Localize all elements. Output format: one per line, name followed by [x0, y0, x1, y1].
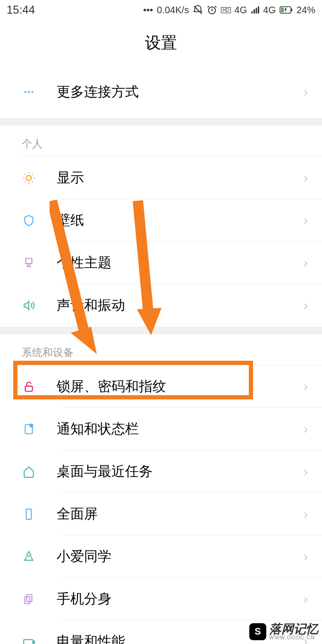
network-2: 4G: [263, 5, 276, 16]
svg-marker-17: [137, 308, 161, 335]
notification-icon: [22, 422, 36, 436]
svg-rect-15: [34, 641, 34, 643]
svg-point-7: [26, 176, 32, 181]
shield-icon: [22, 213, 36, 228]
watermark-logo-icon: S: [249, 623, 266, 640]
status-bar: 15:44 ••• 0.04K/s HD 4G 4G 24%: [0, 0, 322, 20]
annotation-arrow-1: [50, 198, 106, 359]
svg-point-4: [24, 91, 26, 93]
chevron-right-icon: ›: [304, 422, 308, 437]
silent-icon: [193, 5, 203, 15]
svg-rect-8: [25, 386, 32, 391]
more-icon: •••: [143, 5, 153, 16]
alarm-icon: [207, 5, 217, 15]
phone-icon: [22, 507, 36, 521]
svg-point-6: [31, 91, 33, 93]
chevron-right-icon: ›: [304, 213, 308, 228]
chevron-right-icon: ›: [304, 255, 308, 271]
ai-icon: [22, 550, 36, 564]
section-header-personal: 个人: [0, 126, 322, 157]
home-icon: [22, 465, 36, 479]
svg-rect-11: [26, 509, 32, 519]
item-label: 桌面与最近任务: [57, 462, 304, 481]
item-label: 锁屏、密码和指纹: [57, 377, 304, 396]
chevron-right-icon: ›: [304, 592, 308, 607]
data-speed: 0.04K/s: [157, 5, 189, 16]
item-label: 更多连接方式: [57, 83, 304, 102]
svg-rect-14: [24, 640, 33, 644]
annotation-arrow-2: [128, 198, 176, 340]
settings-item-display[interactable]: 显示 ›: [0, 157, 322, 199]
settings-item-home[interactable]: 桌面与最近任务 ›: [0, 450, 322, 493]
chevron-right-icon: ›: [304, 464, 308, 479]
settings-item-more-connections[interactable]: 更多连接方式 ›: [0, 66, 322, 118]
battery-percent: 24%: [297, 5, 315, 16]
sun-icon: [22, 171, 36, 185]
lock-icon: [22, 380, 36, 394]
chevron-right-icon: ›: [304, 298, 308, 313]
brush-icon: [22, 256, 36, 270]
settings-item-xiaoai[interactable]: 小爱同学 ›: [0, 535, 322, 578]
signal-hd-icon: HD: [221, 7, 230, 13]
item-label: 全面屏: [57, 505, 304, 524]
status-indicators: ••• 0.04K/s HD 4G 4G 24%: [143, 5, 315, 16]
page-title: 设置: [145, 32, 177, 54]
chevron-right-icon: ›: [304, 170, 308, 186]
settings-item-lockscreen[interactable]: 锁屏、密码和指纹 ›: [0, 365, 322, 408]
chevron-right-icon: ›: [304, 507, 308, 522]
watermark: S 落网记忆 WWW.OOOC.CN: [249, 623, 318, 640]
svg-rect-3: [291, 8, 292, 11]
dots-icon: [22, 85, 36, 99]
item-label: 手机分身: [57, 590, 304, 609]
item-label: 通知和状态栏: [57, 420, 304, 439]
signal-icon-1: [251, 6, 259, 14]
item-label: 小爱同学: [57, 547, 304, 566]
watermark-title: 落网记忆: [269, 623, 318, 635]
watermark-url: WWW.OOOC.CN: [269, 635, 318, 640]
chevron-right-icon: ›: [304, 85, 308, 100]
chevron-right-icon: ›: [304, 549, 308, 564]
svg-point-10: [30, 424, 33, 427]
svg-marker-16: [71, 327, 97, 354]
settings-item-notifications[interactable]: 通知和状态栏 ›: [0, 408, 322, 450]
battery-icon: [280, 6, 293, 14]
volume-icon: [22, 298, 36, 313]
status-time: 15:44: [7, 3, 35, 17]
settings-item-fullscreen[interactable]: 全面屏 ›: [0, 493, 322, 535]
copy-icon: [22, 592, 36, 606]
battery-perf-icon: [22, 635, 36, 644]
chevron-right-icon: ›: [304, 379, 308, 394]
item-label: 显示: [57, 169, 304, 187]
page-header: 设置: [0, 20, 322, 66]
settings-item-second-space[interactable]: 手机分身 ›: [0, 578, 322, 620]
network-1: 4G: [235, 5, 247, 16]
svg-point-5: [28, 91, 30, 93]
